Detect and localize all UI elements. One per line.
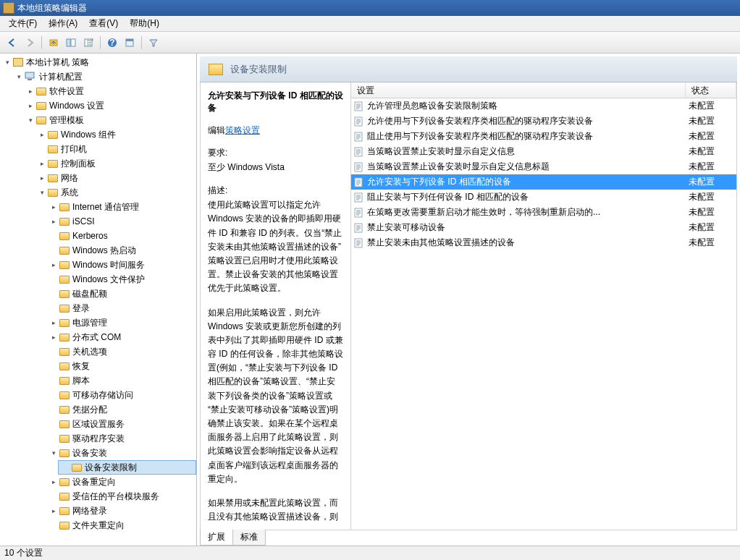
expander-icon[interactable]: ▸ [38, 159, 46, 168]
tree-iscsi[interactable]: ▸iSCSI [46, 214, 196, 229]
expander-icon[interactable]: ▾ [49, 449, 58, 457]
export-list-button[interactable] [80, 35, 96, 51]
tree-system[interactable]: ▾系统 [35, 185, 196, 200]
tree-label: 系统 [61, 187, 78, 199]
list-row[interactable]: 在策略更改需要重新启动才能生效时，等待强制重新启动的...未配置 [351, 205, 736, 220]
tree-folder-redirect[interactable]: 文件夹重定向 [46, 518, 196, 533]
tree-windows-fileprotect[interactable]: Windows 文件保护 [46, 272, 196, 287]
tree-removable-storage[interactable]: 可移动存储访问 [46, 388, 196, 402]
tree-kerberos[interactable]: Kerberos [46, 229, 196, 243]
tree-windows-time[interactable]: ▸Windows 时间服务 [46, 258, 196, 272]
expander-icon[interactable]: ▾ [3, 58, 12, 67]
list-row[interactable]: 允许安装与下列设备 ID 相匹配的设备未配置 [351, 174, 736, 190]
column-status[interactable]: 状态 [686, 82, 736, 98]
nav-back-button[interactable] [4, 35, 20, 51]
tree-cred-deleg[interactable]: 凭据分配 [46, 402, 196, 417]
tree-driver-install[interactable]: 驱动程序安装 [46, 431, 196, 446]
folder-icon [59, 391, 70, 399]
list-row[interactable]: 允许使用与下列设备安装程序类相匹配的驱动程序安装设备未配置 [351, 114, 736, 129]
tree-trusted-platform[interactable]: 受信任的平台模块服务 [46, 489, 196, 504]
expander-icon[interactable]: ▾ [38, 188, 46, 197]
row-status: 未配置 [686, 115, 736, 127]
nav-forward-button[interactable] [22, 35, 38, 51]
svg-rect-16 [355, 193, 362, 202]
expander-icon[interactable]: ▸ [49, 217, 58, 226]
list-row[interactable]: 阻止使用与下列设备安装程序类相匹配的驱动程序安装设备未配置 [351, 129, 736, 144]
expander-icon[interactable]: ▸ [49, 506, 58, 515]
expander-icon[interactable]: ▸ [49, 203, 58, 211]
tab-standard[interactable]: 标准 [232, 530, 266, 546]
tree-net-logon[interactable]: ▸网络登录 [46, 504, 196, 518]
menu-file[interactable]: 文件(F) [3, 16, 43, 31]
window-title: 本地组策略编辑器 [17, 2, 87, 14]
list-row[interactable]: 允许管理员忽略设备安装限制策略未配置 [351, 98, 736, 114]
tree-device-install[interactable]: ▾设备安装 [46, 446, 196, 460]
tree-device-redirect[interactable]: ▸设备重定向 [46, 475, 196, 489]
description-text: 如果禁用或未配置此策略设置，而且没有其他策略设置描述设备，则 [208, 496, 343, 524]
tree-logon[interactable]: 登录 [46, 301, 196, 315]
tree-device-install-restrictions[interactable]: 设备安装限制 [58, 460, 196, 475]
expander-icon[interactable]: ▸ [26, 87, 35, 96]
nav-up-button[interactable] [46, 35, 62, 51]
folder-icon [209, 64, 223, 75]
tree-network[interactable]: ▸网络 [35, 171, 196, 185]
policy-setting-icon [351, 132, 366, 142]
tree-windows-components[interactable]: ▸Windows 组件 [35, 127, 196, 142]
svg-rect-2 [71, 39, 75, 46]
tree-control-panel[interactable]: ▸控制面板 [35, 156, 196, 171]
tree-power-mgmt[interactable]: ▸电源管理 [46, 315, 196, 330]
properties-button[interactable] [122, 35, 138, 51]
folder-icon [48, 145, 58, 153]
list-row[interactable]: 禁止安装可移动设备未配置 [351, 220, 736, 235]
list-row[interactable]: 当策略设置禁止设备安装时显示自定义信息标题未配置 [351, 159, 736, 174]
console-tree[interactable]: ▾ 本地计算机 策略 ▾ 计算机配置 ▸软件设置 ▸Windows 设置 [0, 54, 197, 546]
tree-dcom[interactable]: ▸分布式 COM [46, 330, 196, 344]
expander-icon[interactable]: ▸ [49, 333, 58, 341]
tree-internet-comm[interactable]: ▸Internet 通信管理 [46, 200, 196, 214]
window-titlebar: 本地组策略编辑器 [0, 0, 740, 16]
tree-computer-config[interactable]: ▾ 计算机配置 [12, 69, 196, 84]
help-button[interactable]: ? [104, 35, 120, 51]
tree-windows-settings[interactable]: ▸Windows 设置 [23, 98, 196, 113]
folder-icon [48, 174, 58, 182]
tree-locale-services[interactable]: 区域设置服务 [46, 417, 196, 431]
menu-view[interactable]: 查看(V) [83, 16, 124, 31]
column-setting[interactable]: 设置 [351, 82, 686, 98]
tree-admin-templates[interactable]: ▾管理模板 [23, 113, 196, 127]
menu-bar: 文件(F) 操作(A) 查看(V) 帮助(H) [0, 16, 740, 32]
tree-recovery[interactable]: 恢复 [46, 359, 196, 373]
edit-prefix: 编辑 [208, 125, 225, 135]
row-text: 当策略设置禁止设备安装时显示自定义信息标题 [366, 161, 686, 173]
tree-windows-hotstart[interactable]: Windows 热启动 [46, 243, 196, 258]
list-row[interactable]: 当策略设置禁止安装时显示自定义信息未配置 [351, 144, 736, 159]
tab-extended[interactable]: 扩展 [200, 530, 233, 546]
expander-icon[interactable]: ▸ [38, 130, 46, 139]
expander-icon[interactable]: ▾ [14, 72, 23, 81]
tree-scripts[interactable]: 脚本 [46, 373, 196, 388]
expander-icon[interactable]: ▸ [49, 260, 58, 269]
menu-help[interactable]: 帮助(H) [124, 16, 165, 31]
row-text: 阻止安装与下列任何设备 ID 相匹配的设备 [366, 191, 686, 203]
show-hide-tree-button[interactable] [63, 35, 79, 51]
expander-icon[interactable]: ▸ [49, 318, 58, 327]
filter-button[interactable] [146, 35, 161, 51]
expander-icon[interactable]: ▸ [26, 101, 35, 110]
list-row[interactable]: 阻止安装与下列任何设备 ID 相匹配的设备未配置 [351, 190, 736, 205]
tree-printers[interactable]: 打印机 [35, 142, 196, 156]
tree-label: Internet 通信管理 [72, 201, 139, 213]
expander-icon[interactable]: ▸ [49, 478, 58, 486]
tree-label: 凭据分配 [72, 404, 107, 416]
edit-policy-link[interactable]: 策略设置 [225, 125, 260, 135]
menu-action[interactable]: 操作(A) [43, 16, 83, 31]
tree-label: 文件夹重定向 [72, 519, 125, 532]
tree-disk-quota[interactable]: 磁盘配额 [46, 287, 196, 301]
list-row[interactable]: 禁止安装未由其他策略设置描述的设备未配置 [351, 235, 736, 250]
row-text: 阻止使用与下列设备安装程序类相匹配的驱动程序安装设备 [366, 130, 686, 143]
svg-rect-12 [355, 132, 362, 141]
tree-shutdown-opts[interactable]: 关机选项 [46, 344, 196, 359]
tree-root[interactable]: ▾ 本地计算机 策略 [0, 55, 196, 69]
tree-software-settings[interactable]: ▸软件设置 [23, 84, 196, 98]
expander-icon[interactable]: ▸ [38, 174, 46, 182]
toolbar-separator [100, 36, 101, 49]
expander-icon[interactable]: ▾ [26, 116, 35, 124]
